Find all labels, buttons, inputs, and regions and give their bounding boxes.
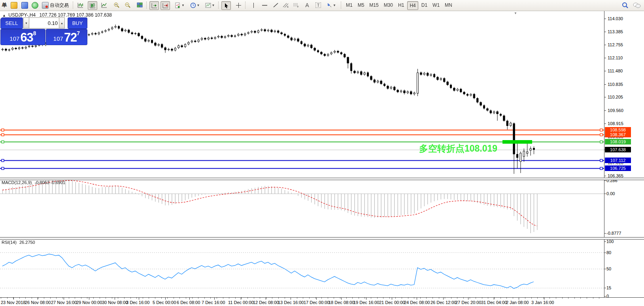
toolbar-grip[interactable] — [341, 2, 341, 9]
search-button[interactable] — [621, 1, 629, 9]
market-watch-button[interactable] — [20, 1, 29, 9]
timeframe-w1[interactable]: W1 — [431, 1, 442, 9]
time-minor-tick — [346, 298, 347, 298]
equidistant-channel-button[interactable]: E — [281, 1, 290, 9]
time-minor-tick — [593, 298, 593, 298]
time-minor-tick — [328, 298, 328, 298]
chevron-down-icon: ▼ — [197, 4, 200, 7]
sell-price-tile[interactable]: 107 63 8 — [0, 29, 45, 45]
volume-up-button[interactable]: ▲ — [59, 17, 65, 29]
chart-shift-button[interactable] — [161, 1, 170, 10]
fibonacci-button[interactable]: F — [292, 1, 300, 9]
time-minor-tick — [62, 298, 63, 298]
toolbar-grip[interactable] — [245, 2, 246, 9]
time-minor-tick — [574, 298, 575, 298]
timeframe-h1[interactable]: H1 — [396, 1, 406, 9]
time-minor-tick — [19, 298, 20, 298]
price-tick-label: 112.110 — [608, 55, 623, 60]
tile-windows-button[interactable] — [135, 1, 144, 9]
panel-collapse-arrow[interactable]: ▲ — [2, 13, 6, 17]
trendline-button[interactable] — [271, 1, 280, 9]
vertical-line-button[interactable] — [249, 1, 258, 9]
time-minor-tick — [426, 298, 427, 298]
sell-button[interactable]: SELL — [0, 17, 23, 29]
text-label-button[interactable]: T — [314, 1, 323, 9]
zoom-in-button[interactable] — [112, 1, 121, 9]
timeframe-m1[interactable]: M1 — [344, 1, 355, 9]
new-order-button[interactable]: 单 — [0, 1, 9, 9]
rsi-tick-label: 50 — [606, 266, 611, 271]
timeframe-d1[interactable]: D1 — [419, 1, 429, 9]
crosshair-button[interactable] — [234, 1, 243, 9]
time-major-tick — [139, 298, 139, 300]
time-minor-tick — [531, 298, 532, 298]
time-minor-tick — [174, 298, 174, 298]
macd-pane-canvas[interactable] — [0, 179, 604, 238]
volume-down-button[interactable]: ▼ — [23, 17, 29, 29]
buy-button[interactable]: BUY — [68, 17, 87, 29]
rsi-pane-canvas[interactable] — [0, 239, 604, 297]
time-major-tick — [316, 298, 317, 300]
price-chart-canvas[interactable] — [0, 12, 604, 179]
time-axis-label: 12 Dec 08:00 — [253, 300, 279, 305]
bar-chart-button[interactable] — [76, 1, 85, 9]
time-major-tick — [189, 298, 190, 300]
buy-price-tile[interactable]: 107 72 7 — [46, 29, 87, 45]
arrow-objects-icon — [327, 2, 332, 8]
timeframe-mn[interactable]: MN — [443, 1, 454, 9]
text-tool-button[interactable]: A — [303, 1, 312, 9]
time-axis-label: 30 Nov 08:00 — [102, 300, 128, 305]
rsi-name: RSI(14) — [2, 240, 17, 245]
line-chart-button[interactable] — [100, 1, 108, 9]
chat-button[interactable] — [633, 1, 641, 9]
pivot-annotation[interactable]: 多空转折点108.019 — [419, 143, 497, 155]
time-axis-label: 23 Nov 2018 — [1, 300, 25, 305]
cursor-button[interactable] — [221, 1, 231, 10]
time-minor-tick — [7, 298, 8, 298]
rsi-tick-label: 0 — [606, 294, 609, 298]
arrow-objects-button[interactable]: ▼ — [325, 1, 338, 9]
zoom-out-button[interactable] — [123, 1, 132, 9]
periods-button[interactable]: ▼ — [189, 1, 201, 9]
toolbar-grip[interactable] — [218, 2, 219, 9]
time-minor-tick — [599, 298, 599, 298]
horizontal-line-button[interactable] — [260, 1, 269, 9]
pane-splitter-rsi[interactable] — [0, 237, 644, 239]
volume-input[interactable] — [29, 17, 60, 29]
price-line-badge: 108.019 — [605, 139, 631, 144]
chart-scroll-marker[interactable]: ▼ — [514, 11, 517, 15]
macd-values: -0.8063 -0.6901 — [34, 180, 65, 185]
macd-tick-label: 0.00 — [606, 191, 615, 196]
time-axis-label: 21 Dec 00:00 — [379, 300, 405, 305]
chevron-down-icon: ▼ — [181, 4, 185, 7]
pane-splitter-macd[interactable] — [0, 178, 644, 180]
price-tick-label: 108.915 — [608, 121, 623, 126]
time-minor-tick — [143, 298, 143, 298]
time-minor-tick — [482, 298, 482, 298]
time-minor-tick — [161, 298, 162, 298]
time-minor-tick — [223, 298, 223, 298]
signals-button[interactable] — [30, 1, 39, 9]
timeframe-m15[interactable]: M15 — [367, 1, 380, 9]
toolbar-grip[interactable] — [73, 2, 73, 9]
time-minor-tick — [383, 298, 383, 298]
candlestick-chart-button[interactable] — [88, 1, 97, 10]
auto-trading-label[interactable]: 自动交易 — [48, 1, 70, 9]
sell-price-big: 63 — [20, 31, 33, 44]
price-axis-line — [604, 11, 604, 297]
toolbar-grip[interactable] — [146, 2, 147, 9]
zoom-out-icon — [125, 2, 131, 8]
timeframe-m30[interactable]: M30 — [382, 1, 395, 9]
timeframe-m5[interactable]: M5 — [356, 1, 366, 9]
templates-button[interactable]: ▼ — [204, 1, 216, 9]
indicators-button[interactable]: ▼ — [174, 1, 186, 9]
time-axis-label: 19 Dec 16:00 — [353, 300, 379, 305]
timeframe-h4[interactable]: H4 — [407, 1, 418, 10]
chart-window-button[interactable] — [9, 1, 18, 9]
auto-scroll-button[interactable] — [149, 1, 159, 10]
time-minor-tick — [340, 298, 340, 298]
time-minor-tick — [352, 298, 353, 298]
time-minor-tick — [321, 298, 322, 298]
price-tick-label: 110.835 — [608, 82, 623, 87]
time-minor-tick — [315, 298, 316, 298]
